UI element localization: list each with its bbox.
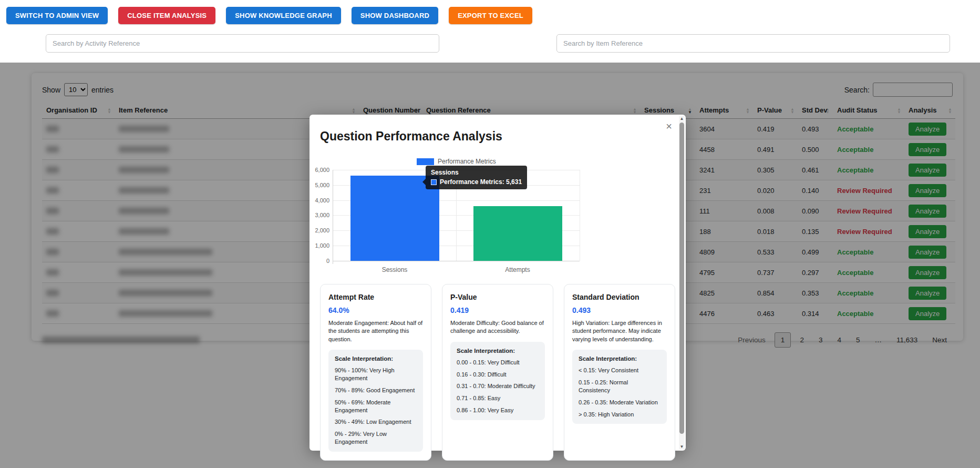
chart-tooltip: Sessions Performance Metrics: 5,631 xyxy=(426,166,527,189)
show-dashboard-button[interactable]: SHOW DASHBOARD xyxy=(352,7,438,24)
switch-to-admin-view-button[interactable]: SWITCH TO ADMIN VIEW xyxy=(6,7,108,24)
y-axis-tick: 5,000 xyxy=(310,182,329,188)
scale-item: 0.31 - 0.70: Moderate Difficulty xyxy=(457,382,539,390)
card-value: 0.493 xyxy=(572,306,667,314)
toolbar-button-row: SWITCH TO ADMIN VIEW CLOSE ITEM ANALYSIS… xyxy=(6,7,532,24)
question-performance-analysis-modal: × Question Performance Analysis Performa… xyxy=(310,115,686,451)
card-title: Attempt Rate xyxy=(328,293,423,301)
export-to-excel-button[interactable]: EXPORT TO EXCEL xyxy=(449,7,532,24)
scroll-down-icon[interactable]: ▼ xyxy=(679,444,685,449)
p-value-card: P-Value 0.419 Moderate Difficulty: Good … xyxy=(442,284,553,461)
modal-title: Question Performance Analysis xyxy=(320,129,502,144)
scrollbar-thumb[interactable] xyxy=(679,123,684,434)
scale-item: 0.71 - 0.85: Easy xyxy=(457,394,539,402)
attempt-rate-card: Attempt Rate 64.0% Moderate Engagement: … xyxy=(320,284,431,461)
y-axis-line xyxy=(333,170,333,264)
chart-legend[interactable]: Performance Metrics xyxy=(417,158,496,165)
y-axis-tick: 3,000 xyxy=(310,212,329,218)
y-axis-tick: 6,000 xyxy=(310,167,329,173)
card-description: High Variation: Large differences in stu… xyxy=(572,319,667,343)
scale-item: < 0.15: Very Consistent xyxy=(579,367,661,374)
scale-item: 90% - 100%: Very High Engagement xyxy=(335,367,417,382)
activity-reference-search-input[interactable] xyxy=(46,34,439,53)
legend-label: Performance Metrics xyxy=(438,158,496,165)
close-icon[interactable]: × xyxy=(666,121,672,131)
card-value: 0.419 xyxy=(450,306,545,314)
scale-interpretation-box: Scale Interpretation: 90% - 100%: Very H… xyxy=(328,350,423,452)
standard-deviation-card: Standard Deviation 0.493 High Variation:… xyxy=(564,284,675,461)
item-reference-search-input[interactable] xyxy=(556,34,950,53)
card-description: Moderate Engagement: About half of the s… xyxy=(328,319,423,343)
scale-item: 0.26 - 0.35: Moderate Variation xyxy=(579,399,661,406)
x-axis-label-attempts: Attempts xyxy=(476,266,560,273)
tooltip-value: Performance Metrics: 5,631 xyxy=(440,178,522,186)
scale-item: 70% - 89%: Good Engagement xyxy=(335,386,417,394)
card-value: 64.0% xyxy=(328,306,423,314)
legend-swatch xyxy=(417,158,434,165)
scale-item: 0.15 - 0.25: Normal Consistency xyxy=(579,379,661,394)
card-title: Standard Deviation xyxy=(572,293,667,301)
scroll-up-icon[interactable]: ▲ xyxy=(679,116,685,121)
scale-interpretation-box: Scale Interpretation: < 0.15: Very Consi… xyxy=(572,350,667,424)
scale-interpretation-box: Scale Interpretation: 0.00 - 0.15: Very … xyxy=(450,342,545,420)
card-title: P-Value xyxy=(450,293,545,301)
scale-item: 0.00 - 0.15: Very Difficult xyxy=(457,359,539,367)
y-axis-tick: 2,000 xyxy=(310,227,329,233)
scale-item: 0.16 - 0.30: Difficult xyxy=(457,371,539,379)
show-knowledge-graph-button[interactable]: SHOW KNOWLEDGE GRAPH xyxy=(226,7,341,24)
attempts-bar[interactable] xyxy=(473,206,562,261)
x-axis-label-sessions: Sessions xyxy=(353,266,437,273)
top-toolbar: SWITCH TO ADMIN VIEW CLOSE ITEM ANALYSIS… xyxy=(0,0,980,63)
gridline-vertical xyxy=(580,170,580,261)
modal-scrollbar: ▲ ▼ xyxy=(679,116,685,450)
y-axis-tick: 0 xyxy=(310,258,329,264)
scale-item: 0.86 - 1.00: Very Easy xyxy=(457,406,539,414)
tooltip-swatch xyxy=(431,179,437,185)
close-item-analysis-button[interactable]: CLOSE ITEM ANALYSIS xyxy=(118,7,215,24)
card-description: Moderate Difficulty: Good balance of cha… xyxy=(450,319,545,335)
y-axis-tick: 1,000 xyxy=(310,242,329,249)
scale-item: 50% - 69%: Moderate Engagement xyxy=(335,399,417,414)
metric-cards: Attempt Rate 64.0% Moderate Engagement: … xyxy=(320,284,675,461)
y-axis-tick: 4,000 xyxy=(310,197,329,204)
item-analysis-page: SWITCH TO ADMIN VIEW CLOSE ITEM ANALYSIS… xyxy=(0,0,980,468)
scale-item: 30% - 49%: Low Engagement xyxy=(335,418,417,426)
x-axis-line xyxy=(333,261,580,261)
tooltip-title: Sessions xyxy=(431,169,522,176)
scale-item: 0% - 29%: Very Low Engagement xyxy=(335,430,417,446)
scale-item: > 0.35: High Variation xyxy=(579,411,661,419)
